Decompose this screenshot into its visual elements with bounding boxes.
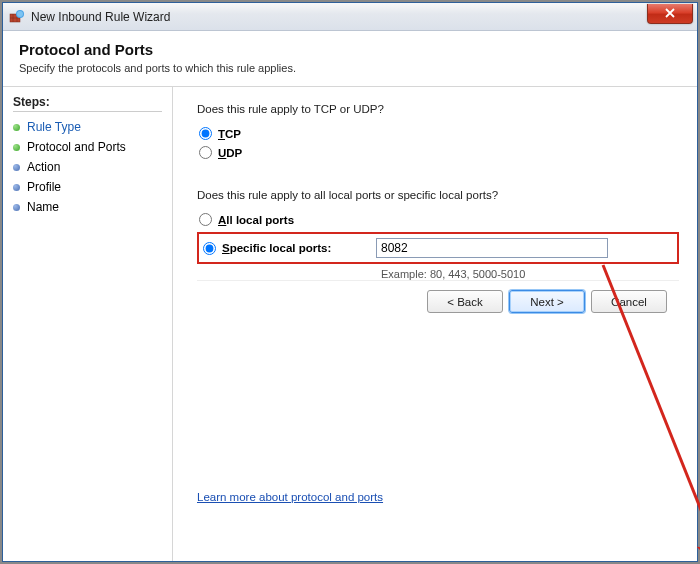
step-profile[interactable]: Profile: [13, 178, 162, 196]
wizard-body: Steps: Rule Type Protocol and Ports Acti…: [3, 87, 697, 561]
next-button[interactable]: Next >: [509, 290, 585, 313]
radio-tcp-input[interactable]: [199, 127, 212, 140]
ports-example: Example: 80, 443, 5000-5010: [381, 268, 679, 280]
radio-specific-ports-label: Specific local ports:: [222, 242, 362, 254]
wizard-footer: < Back Next > Cancel: [197, 280, 679, 322]
radio-udp-label: UDP: [218, 147, 242, 159]
radio-all-ports-label: All local ports: [218, 214, 294, 226]
wizard-header: Protocol and Ports Specify the protocols…: [3, 31, 697, 87]
radio-specific-ports[interactable]: Specific local ports:: [203, 240, 362, 257]
step-bullet-icon: [13, 204, 20, 211]
radio-all-ports-input[interactable]: [199, 213, 212, 226]
step-label: Rule Type: [27, 120, 81, 134]
radio-udp[interactable]: UDP: [199, 144, 679, 161]
step-bullet-icon: [13, 124, 20, 131]
radio-tcp[interactable]: TCP: [199, 125, 679, 142]
radio-specific-ports-input[interactable]: [203, 242, 216, 255]
wizard-window: New Inbound Rule Wizard Protocol and Por…: [2, 2, 698, 562]
radio-udp-input[interactable]: [199, 146, 212, 159]
step-name[interactable]: Name: [13, 198, 162, 216]
steps-divider: [13, 111, 162, 112]
titlebar: New Inbound Rule Wizard: [3, 3, 697, 31]
step-bullet-icon: [13, 144, 20, 151]
window-title: New Inbound Rule Wizard: [31, 10, 647, 24]
svg-point-6: [17, 11, 23, 17]
page-title: Protocol and Ports: [19, 41, 681, 58]
cancel-button[interactable]: Cancel: [591, 290, 667, 313]
wizard-main: Does this rule apply to TCP or UDP? TCP …: [173, 87, 697, 561]
highlight-annotation: Specific local ports:: [197, 232, 679, 264]
step-label: Protocol and Ports: [27, 140, 126, 154]
radio-tcp-label: TCP: [218, 128, 241, 140]
step-label: Name: [27, 200, 59, 214]
step-protocol-ports[interactable]: Protocol and Ports: [13, 138, 162, 156]
close-button[interactable]: [647, 4, 693, 24]
step-action[interactable]: Action: [13, 158, 162, 176]
radio-all-ports[interactable]: All local ports: [199, 211, 679, 228]
page-subtitle: Specify the protocols and ports to which…: [19, 62, 681, 74]
question-protocol: Does this rule apply to TCP or UDP?: [197, 103, 679, 115]
steps-sidebar: Steps: Rule Type Protocol and Ports Acti…: [3, 87, 173, 561]
step-bullet-icon: [13, 184, 20, 191]
step-label: Profile: [27, 180, 61, 194]
close-icon: [665, 8, 675, 18]
question-ports: Does this rule apply to all local ports …: [197, 189, 679, 201]
firewall-icon: [9, 9, 25, 25]
step-label: Action: [27, 160, 60, 174]
step-bullet-icon: [13, 164, 20, 171]
step-rule-type[interactable]: Rule Type: [13, 118, 162, 136]
steps-heading: Steps:: [13, 95, 162, 109]
back-button[interactable]: < Back: [427, 290, 503, 313]
learn-more-link[interactable]: Learn more about protocol and ports: [197, 491, 383, 503]
ports-input[interactable]: [376, 238, 608, 258]
